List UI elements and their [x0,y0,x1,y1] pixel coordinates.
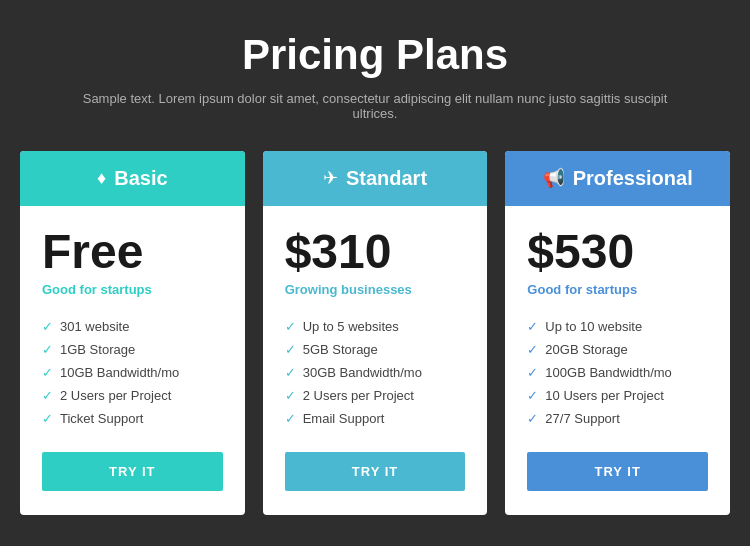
list-item: ✓5GB Storage [285,338,466,361]
check-icon: ✓ [285,319,296,334]
basic-features: ✓301 website ✓1GB Storage ✓10GB Bandwidt… [42,315,223,430]
standart-try-button[interactable]: TRY IT [285,452,466,491]
list-item: ✓2 Users per Project [285,384,466,407]
basic-name: Basic [114,167,167,190]
plans-container: ♦ Basic Free Good for startups ✓301 webs… [20,151,730,516]
check-icon: ✓ [42,365,53,380]
list-item: ✓10 Users per Project [527,384,708,407]
list-item: ✓Up to 5 websites [285,315,466,338]
check-icon: ✓ [285,411,296,426]
check-icon: ✓ [285,388,296,403]
check-icon: ✓ [285,342,296,357]
professional-name: Professional [573,167,693,190]
standart-name: Standart [346,167,427,190]
check-icon: ✓ [527,365,538,380]
list-item: ✓10GB Bandwidth/mo [42,361,223,384]
list-item: ✓Ticket Support [42,407,223,430]
basic-body: Free Good for startups ✓301 website ✓1GB… [20,206,245,516]
list-item: ✓1GB Storage [42,338,223,361]
basic-tagline: Good for startups [42,282,152,297]
standart-price: $310 [285,226,392,279]
list-item: ✓100GB Bandwidth/mo [527,361,708,384]
basic-try-button[interactable]: TRY IT [42,452,223,491]
list-item: ✓2 Users per Project [42,384,223,407]
plan-card-professional: 📢 Professional $530 Good for startups ✓U… [505,151,730,516]
plan-header-standart: ✈ Standart [263,151,488,206]
list-item: ✓Up to 10 website [527,315,708,338]
list-item: ✓20GB Storage [527,338,708,361]
standart-tagline: Growing businesses [285,282,412,297]
plan-header-professional: 📢 Professional [505,151,730,206]
check-icon: ✓ [42,342,53,357]
standart-icon: ✈ [323,167,338,189]
professional-body: $530 Good for startups ✓Up to 10 website… [505,206,730,516]
list-item: ✓27/7 Support [527,407,708,430]
professional-icon: 📢 [543,167,565,189]
check-icon: ✓ [42,388,53,403]
list-item: ✓30GB Bandwidth/mo [285,361,466,384]
check-icon: ✓ [527,411,538,426]
basic-price: Free [42,226,143,279]
page-subtitle: Sample text. Lorem ipsum dolor sit amet,… [75,91,675,121]
professional-price: $530 [527,226,634,279]
check-icon: ✓ [527,319,538,334]
check-icon: ✓ [285,365,296,380]
professional-features: ✓Up to 10 website ✓20GB Storage ✓100GB B… [527,315,708,430]
plan-card-standart: ✈ Standart $310 Growing businesses ✓Up t… [263,151,488,516]
check-icon: ✓ [527,388,538,403]
standart-body: $310 Growing businesses ✓Up to 5 website… [263,206,488,516]
basic-icon: ♦ [97,168,106,189]
page-title: Pricing Plans [242,31,508,79]
check-icon: ✓ [527,342,538,357]
check-icon: ✓ [42,411,53,426]
professional-tagline: Good for startups [527,282,637,297]
standart-features: ✓Up to 5 websites ✓5GB Storage ✓30GB Ban… [285,315,466,430]
plan-header-basic: ♦ Basic [20,151,245,206]
plan-card-basic: ♦ Basic Free Good for startups ✓301 webs… [20,151,245,516]
list-item: ✓301 website [42,315,223,338]
professional-try-button[interactable]: TRY IT [527,452,708,491]
check-icon: ✓ [42,319,53,334]
list-item: ✓Email Support [285,407,466,430]
